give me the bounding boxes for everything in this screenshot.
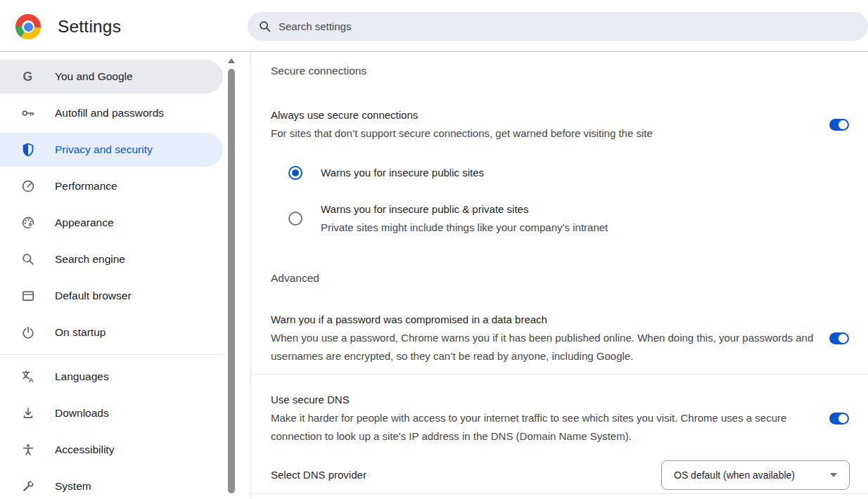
radio-sublabel: Private sites might include things like … bbox=[321, 219, 608, 237]
sidebar-item-label: Appearance bbox=[55, 216, 114, 229]
svg-text:A: A bbox=[29, 376, 34, 384]
chrome-settings-page: Settings G You and Google bbox=[0, 0, 868, 499]
key-icon bbox=[21, 106, 35, 120]
setting-row-select-dns-provider: Select DNS provider OS default (when ava… bbox=[271, 460, 868, 490]
setting-subtitle: Make it harder for people with access to… bbox=[271, 409, 819, 446]
toggle-password-breach-warning[interactable] bbox=[829, 332, 849, 344]
sidebar-item-downloads[interactable]: Downloads bbox=[0, 396, 223, 430]
sidebar-item-languages[interactable]: A Languages bbox=[0, 360, 223, 394]
sidebar-item-appearance[interactable]: Appearance bbox=[0, 206, 223, 240]
sidebar-item-label: On startup bbox=[55, 326, 106, 339]
radio-button[interactable] bbox=[288, 212, 302, 226]
setting-title: Select DNS provider bbox=[271, 466, 366, 484]
radio-button[interactable] bbox=[288, 166, 302, 180]
sidebar-item-system[interactable]: System bbox=[0, 469, 223, 499]
download-icon bbox=[21, 406, 35, 420]
sidebar-item-label: Default browser bbox=[55, 290, 132, 302]
shield-icon bbox=[21, 143, 35, 157]
main-content: Secure connections Always use secure con… bbox=[252, 53, 868, 499]
speedometer-icon bbox=[21, 179, 35, 193]
sidebar-item-you-and-google[interactable]: G You and Google bbox=[0, 60, 223, 93]
setting-row-use-secure-dns[interactable]: Use secure DNS Make it harder for people… bbox=[271, 391, 868, 446]
setting-title: Always use secure connections bbox=[271, 106, 653, 124]
search-input[interactable] bbox=[279, 20, 771, 32]
google-g-icon: G bbox=[21, 70, 35, 84]
chrome-logo-icon bbox=[15, 14, 41, 39]
dns-provider-dropdown[interactable]: OS default (when available) bbox=[661, 460, 850, 490]
toggle-knob bbox=[838, 414, 848, 423]
setting-subtitle: For sites that don’t support secure conn… bbox=[271, 124, 653, 143]
sidebar-item-label: Downloads bbox=[55, 407, 109, 420]
section-title-secure-connections: Secure connections bbox=[271, 64, 868, 78]
wrench-icon bbox=[21, 479, 35, 493]
browser-window-icon bbox=[21, 289, 35, 303]
accessibility-icon bbox=[21, 443, 35, 457]
setting-title: Warn you if a password was compromised i… bbox=[271, 311, 819, 329]
toggle-always-use-secure-connections[interactable] bbox=[829, 119, 849, 131]
radio-option-insecure-public-private-sites[interactable]: Warns you for insecure public & private … bbox=[288, 200, 868, 237]
radio-label: Warns you for insecure public sites bbox=[321, 164, 484, 182]
svg-text:G: G bbox=[23, 70, 33, 84]
magnifier-icon bbox=[21, 252, 35, 266]
sidebar-item-label: Privacy and security bbox=[55, 143, 153, 156]
sidebar-menu: G You and Google Autofill and passwords bbox=[0, 60, 223, 499]
header: Settings bbox=[0, 0, 868, 52]
search-bar[interactable] bbox=[248, 12, 868, 41]
toggle-use-secure-dns[interactable] bbox=[829, 413, 849, 425]
chevron-down-icon bbox=[830, 473, 837, 477]
setting-title: Use secure DNS bbox=[271, 391, 819, 409]
scrollbar-thumb[interactable] bbox=[228, 69, 235, 493]
sidebar-item-label: Search engine bbox=[55, 253, 125, 266]
sidebar-item-label: System bbox=[55, 480, 91, 493]
sidebar-item-search-engine[interactable]: Search engine bbox=[0, 242, 223, 276]
translate-icon: A bbox=[21, 370, 35, 384]
section-title-advanced: Advanced bbox=[271, 271, 868, 285]
sidebar-item-default-browser[interactable]: Default browser bbox=[0, 279, 223, 313]
scrollbar-up-arrow-icon[interactable] bbox=[228, 58, 235, 63]
sidebar: G You and Google Autofill and passwords bbox=[0, 53, 251, 499]
setting-subtitle: When you use a password, Chrome warns yo… bbox=[271, 329, 819, 365]
sidebar-item-performance[interactable]: Performance bbox=[0, 169, 223, 203]
content-divider bbox=[252, 493, 868, 494]
setting-row-password-breach-warning[interactable]: Warn you if a password was compromised i… bbox=[271, 311, 868, 365]
palette-icon bbox=[21, 216, 35, 230]
sidebar-item-accessibility[interactable]: Accessibility bbox=[0, 433, 223, 467]
radio-option-insecure-public-sites[interactable]: Warns you for insecure public sites bbox=[288, 164, 868, 182]
sidebar-item-label: Accessibility bbox=[55, 443, 114, 456]
sidebar-divider bbox=[0, 354, 223, 355]
sidebar-item-label: Autofill and passwords bbox=[55, 107, 164, 119]
sidebar-item-privacy-and-security[interactable]: Privacy and security bbox=[0, 133, 223, 167]
toggle-knob bbox=[838, 120, 848, 129]
sidebar-item-label: You and Google bbox=[55, 70, 133, 83]
toggle-knob bbox=[838, 334, 848, 343]
page-title: Settings bbox=[58, 17, 121, 37]
search-icon bbox=[258, 20, 272, 33]
setting-row-always-use-secure-connections[interactable]: Always use secure connections For sites … bbox=[271, 106, 868, 143]
sidebar-scrollbar[interactable] bbox=[226, 54, 236, 499]
sidebar-item-label: Languages bbox=[55, 370, 109, 383]
power-icon bbox=[21, 325, 35, 339]
radio-label: Warns you for insecure public & private … bbox=[321, 200, 608, 219]
sidebar-item-autofill-and-passwords[interactable]: Autofill and passwords bbox=[0, 96, 223, 130]
sidebar-item-on-startup[interactable]: On startup bbox=[0, 316, 223, 349]
sidebar-item-label: Performance bbox=[55, 180, 117, 193]
dropdown-selected-value: OS default (when available) bbox=[674, 469, 795, 481]
content-divider bbox=[252, 374, 868, 375]
